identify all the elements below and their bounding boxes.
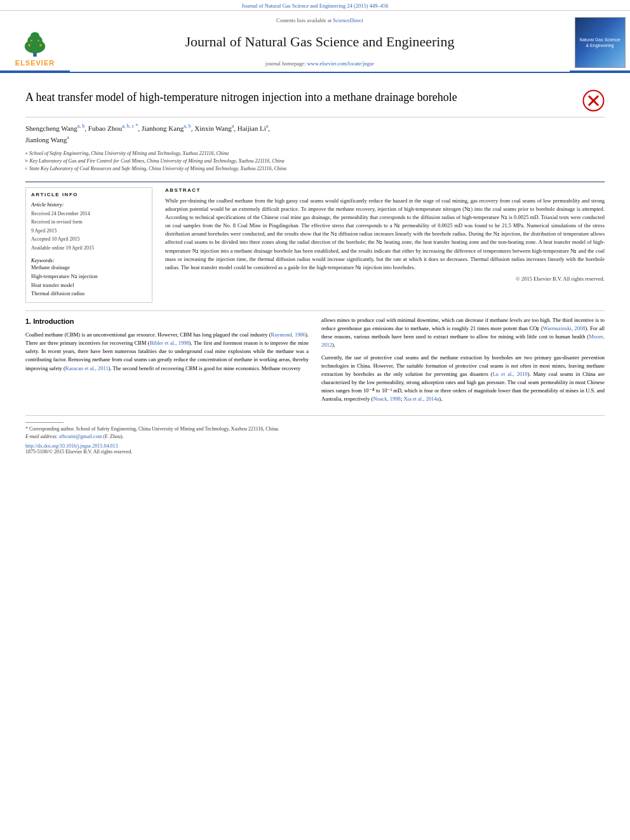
elsevier-wordmark: ELSEVIER: [15, 59, 55, 67]
revised-date: 9 April 2015: [31, 227, 147, 236]
author-email[interactable]: zfbcumt@gmail.com: [59, 434, 102, 439]
journal-cover-section: Natural Gas Science & Engineering: [570, 15, 630, 72]
body-col-left: 1. Introduction Coalbed methane (CBM) is…: [25, 316, 309, 408]
lu-ref[interactable]: Lu et al., 2010: [493, 371, 528, 377]
keywords-section: Keywords: Methane drainage High-temperat…: [31, 257, 147, 298]
svg-point-3: [30, 32, 39, 41]
affiliation-c: c State Key Laboratory of Coal Resources…: [25, 165, 605, 173]
intro-paragraph-3: Currently, the use of protective coal se…: [321, 354, 605, 404]
keyword-thermal-diffusion: Thermal diffusion radius: [31, 290, 147, 298]
article-title-section: A heat transfer model of high-temperatur…: [25, 79, 605, 117]
history-label: Article history:: [31, 201, 147, 208]
journal-center: Contents lists available at ScienceDirec…: [70, 15, 570, 72]
noack-ref[interactable]: Noack, 1998: [373, 396, 400, 402]
authors-line: Shengcheng Wanga, b, Fubao Zhoua, b, c *…: [25, 123, 605, 146]
svg-point-5: [39, 44, 42, 46]
abstract-text: While pre-draining the coalbed methane f…: [165, 197, 605, 272]
affiliation-b: b Key Laboratory of Gas and Fire Control…: [25, 157, 605, 165]
journal-homepage: journal homepage: www.elsevier.com/locat…: [265, 60, 374, 67]
affiliation-a: a School of Safety Engineering, China Un…: [25, 150, 605, 157]
journal-homepage-link[interactable]: www.elsevier.com/locate/jngse: [307, 60, 374, 67]
elsevier-logo-section: ELSEVIER: [0, 15, 70, 72]
svg-point-6: [30, 40, 32, 42]
top-bar: Journal of Natural Gas Science and Engin…: [0, 0, 630, 11]
doi-link[interactable]: http://dx.doi.org/10.1016/j.jngse.2015.0…: [25, 443, 117, 449]
received-date: Received 24 December 2014: [31, 210, 147, 218]
article-info-heading: ARTICLE INFO: [31, 192, 147, 197]
karacan-ref[interactable]: Karacan et al., 2011: [65, 365, 109, 371]
abstract-heading: ABSTRACT: [165, 187, 605, 193]
corresponding-author-note: * Corresponding author. School of Safety…: [25, 425, 605, 433]
journal-header: ELSEVIER Contents lists available at Sci…: [0, 11, 630, 73]
keyword-n2-injection: High-temperature N₂ injection: [31, 272, 147, 281]
intro-paragraph-1: Coalbed methane (CBM) is an unconvention…: [25, 331, 309, 373]
crossmark-badge: [582, 90, 605, 112]
svg-point-7: [37, 40, 39, 42]
body-two-col: 1. Introduction Coalbed methane (CBM) is…: [25, 316, 605, 408]
issn-line: 1875-5100/© 2015 Elsevier B.V. All right…: [25, 449, 605, 455]
footnote-separator: [25, 422, 64, 423]
sciencedirect-link[interactable]: ScienceDirect: [333, 17, 363, 23]
contents-line: Contents lists available at ScienceDirec…: [276, 17, 363, 23]
section1-title: 1. Introduction: [25, 316, 309, 327]
article-info-column: ARTICLE INFO Article history: Received 2…: [25, 182, 152, 303]
journal-reference: Journal of Natural Gas Science and Engin…: [241, 3, 388, 9]
keywords-label: Keywords:: [31, 257, 55, 263]
revised-label: Received in revised form: [31, 218, 147, 227]
abstract-column: ABSTRACT While pre-draining the coalbed …: [165, 182, 605, 303]
article-title: A heat transfer model of high-temperatur…: [25, 90, 457, 105]
accepted-date: Accepted 10 April 2015: [31, 235, 147, 244]
elsevier-logo: ELSEVIER: [15, 29, 55, 67]
moore-ref[interactable]: Moore, 2012: [321, 333, 605, 348]
email-note: E-mail address: zfbcumt@gmail.com (F. Zh…: [25, 433, 605, 441]
author-haijian-li: Haijian Li: [238, 124, 266, 132]
journal-title-header: Journal of Natural Gas Science and Engin…: [185, 33, 455, 51]
xia-ref[interactable]: Xia et al., 2014a: [403, 396, 439, 402]
author-jianhong-kang: Jianhong Kang: [142, 124, 184, 132]
author-shengcheng-wang: Shengcheng Wang: [25, 124, 77, 132]
author-jianlong-wang: Jianlong Wang: [25, 136, 67, 143]
author-fubao-zhou: Fubao Zhou: [88, 124, 122, 132]
body-divider: [25, 310, 605, 311]
online-date: Available online 19 April 2015: [31, 244, 147, 253]
author-xinxin-wang: Xinxin Wang: [194, 124, 232, 132]
body-col-right: allows mines to produce coal with minima…: [321, 316, 605, 408]
intro-paragraph-2: allows mines to produce coal with minima…: [321, 316, 605, 350]
warmuzinski-ref[interactable]: Warmuzinski, 2008: [543, 325, 586, 331]
raymond-ref[interactable]: Raymond, 1986: [271, 331, 305, 338]
keyword-heat-transfer: Heat transfer model: [31, 281, 147, 290]
journal-cover-image: Natural Gas Science & Engineering: [575, 17, 626, 68]
main-content: A heat transfer model of high-temperatur…: [0, 73, 630, 461]
bibler-ref[interactable]: Bibler et al., 1998: [150, 340, 189, 346]
article-dates: Received 24 December 2014 Received in re…: [31, 210, 147, 253]
copyright-line: © 2015 Elsevier B.V. All rights reserved…: [165, 276, 605, 282]
affiliations: a School of Safety Engineering, China Un…: [25, 150, 605, 173]
authors-section: Shengcheng Wanga, b, Fubao Zhoua, b, c *…: [25, 117, 605, 175]
keyword-methane-drainage: Methane drainage: [31, 263, 147, 272]
info-abstract-section: ARTICLE INFO Article history: Received 2…: [25, 182, 605, 303]
svg-point-4: [28, 44, 30, 46]
article-info-box: ARTICLE INFO Article history: Received 2…: [25, 187, 152, 303]
page-footer: * Corresponding author. School of Safety…: [25, 415, 605, 455]
elsevier-tree-icon: [16, 29, 54, 58]
